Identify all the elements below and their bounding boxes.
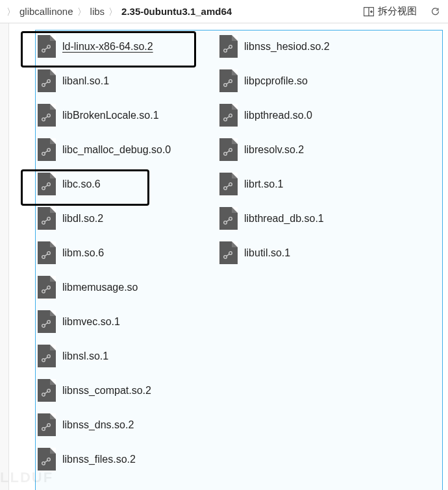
file-name: libpcprofile.so [244, 75, 308, 87]
file-item[interactable]: libc.so.6 [38, 173, 219, 195]
file-name: libmvec.so.1 [62, 316, 120, 328]
shared-object-file-icon [219, 35, 238, 58]
file-area: ld-linux-x86-64.so.2 libanl.so.1 libBrok… [9, 23, 448, 490]
shared-object-file-icon [219, 241, 238, 264]
svg-point-13 [42, 153, 45, 156]
file-name: libanl.so.1 [62, 75, 109, 87]
file-item[interactable]: libanl.so.1 [38, 69, 219, 92]
svg-point-49 [224, 118, 227, 121]
file-name: libpthread.so.0 [244, 110, 312, 121]
file-column: libnss_hesiod.so.2 libpcprofile.so libpt… [219, 35, 414, 276]
svg-line-33 [45, 358, 47, 360]
svg-point-43 [224, 49, 227, 53]
svg-line-27 [45, 289, 47, 291]
file-item[interactable]: libutil.so.1 [219, 241, 414, 264]
file-name: libm.so.6 [62, 247, 104, 259]
file-item[interactable]: libc_malloc_debug.so.0 [38, 138, 219, 161]
file-item[interactable]: libpcprofile.so [219, 69, 414, 92]
top-toolbar: 〉 glibcallinone 〉 libs 〉 2.35-0ubuntu3.1… [0, 0, 448, 23]
file-name: ld-linux-x86-64.so.2 [62, 41, 153, 53]
svg-point-59 [229, 217, 232, 221]
svg-point-62 [229, 252, 232, 255]
svg-point-11 [47, 114, 51, 117]
file-item[interactable]: libnss_dns.so.2 [38, 413, 219, 436]
svg-point-32 [47, 355, 51, 358]
svg-line-6 [45, 48, 47, 50]
breadcrumb: glibcallinone 〉 libs 〉 2.35-0ubuntu3.1_a… [19, 6, 355, 17]
refresh-icon [430, 6, 440, 16]
file-item[interactable]: libmvec.so.1 [38, 310, 219, 333]
svg-line-45 [227, 48, 229, 50]
svg-point-50 [229, 114, 232, 117]
file-name: libresolv.so.2 [244, 144, 304, 156]
svg-point-61 [224, 256, 227, 259]
file-item[interactable]: libnss_files.so.2 [38, 448, 219, 471]
svg-point-31 [42, 359, 45, 362]
svg-line-60 [227, 220, 229, 222]
svg-point-19 [42, 221, 45, 225]
file-name: libnss_hesiod.so.2 [244, 41, 330, 53]
file-column: ld-linux-x86-64.so.2 libanl.so.1 libBrok… [38, 35, 219, 482]
file-item[interactable]: libdl.so.2 [38, 207, 219, 230]
file-item[interactable]: librt.so.1 [219, 173, 414, 195]
svg-point-10 [42, 118, 45, 121]
svg-line-63 [227, 254, 229, 256]
file-name: libnsl.so.1 [62, 350, 108, 362]
svg-line-42 [45, 461, 47, 463]
file-item[interactable]: libresolv.so.2 [219, 138, 414, 161]
file-name: libdl.so.2 [62, 213, 103, 225]
chevron-right-icon: 〉 [108, 7, 118, 16]
split-view-label: 拆分视图 [378, 5, 417, 18]
file-item[interactable]: libnss_hesiod.so.2 [219, 35, 414, 58]
file-item[interactable]: ld-linux-x86-64.so.2 [38, 35, 219, 58]
split-view-button[interactable]: 拆分视图 [358, 3, 422, 20]
file-item[interactable]: libmemusage.so [38, 276, 219, 299]
svg-point-25 [42, 290, 45, 293]
file-name: libthread_db.so.1 [244, 213, 324, 225]
file-item[interactable]: libnsl.so.1 [38, 345, 219, 367]
file-name: libnss_compat.so.2 [62, 385, 151, 397]
svg-point-14 [47, 149, 51, 152]
shared-object-file-icon [38, 413, 56, 436]
svg-point-22 [42, 256, 45, 259]
shared-object-file-icon [38, 448, 56, 471]
svg-line-57 [227, 186, 229, 188]
svg-point-7 [42, 84, 45, 87]
file-item[interactable]: libnss_compat.so.2 [38, 379, 219, 402]
shared-object-file-icon [219, 69, 238, 92]
breadcrumb-segment[interactable]: libs [90, 6, 105, 17]
shared-object-file-icon [38, 276, 56, 299]
shared-object-file-icon [38, 310, 56, 333]
svg-point-37 [42, 428, 45, 431]
svg-point-41 [47, 458, 51, 461]
svg-point-55 [224, 187, 227, 190]
refresh-button[interactable] [426, 3, 444, 21]
file-name: libBrokenLocale.so.1 [62, 110, 159, 121]
svg-point-4 [42, 49, 45, 53]
svg-point-58 [224, 221, 227, 225]
breadcrumb-segment-current[interactable]: 2.35-0ubuntu3.1_amd64 [121, 6, 232, 17]
file-item[interactable]: libm.so.6 [38, 241, 219, 264]
file-item[interactable]: libpthread.so.0 [219, 104, 414, 127]
svg-point-26 [47, 286, 51, 289]
svg-line-36 [45, 392, 47, 394]
shared-object-file-icon [38, 138, 56, 161]
svg-point-35 [47, 389, 51, 393]
shared-object-file-icon [38, 104, 56, 127]
shared-object-file-icon [38, 173, 56, 195]
chevron-right-icon: 〉 [77, 7, 86, 16]
file-name: libutil.so.1 [244, 247, 290, 259]
breadcrumb-segment[interactable]: glibcallinone [19, 6, 73, 17]
svg-point-29 [47, 321, 51, 324]
file-name: librt.so.1 [244, 178, 283, 190]
file-item[interactable]: libBrokenLocale.so.1 [38, 104, 219, 127]
svg-point-20 [47, 217, 51, 221]
svg-point-16 [42, 187, 45, 190]
left-tab-rail[interactable] [0, 23, 9, 490]
shared-object-file-icon [38, 207, 56, 230]
file-item[interactable]: libthread_db.so.1 [219, 207, 414, 230]
watermark-text: LLDUF [0, 469, 53, 486]
file-name: libc.so.6 [62, 178, 101, 190]
svg-line-30 [45, 323, 47, 325]
svg-point-46 [224, 84, 227, 87]
